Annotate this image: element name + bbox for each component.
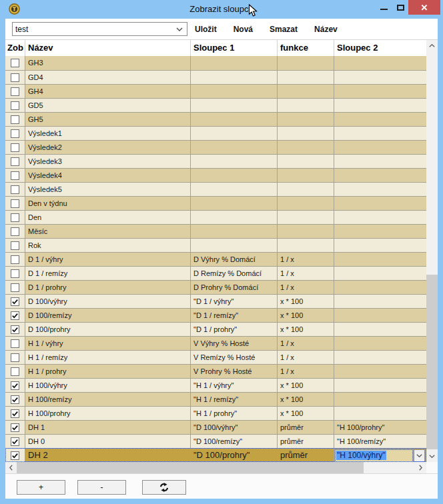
header-zob[interactable]: Zob (5, 40, 25, 56)
profile-combobox[interactable]: test (12, 22, 187, 36)
cell-nazev[interactable]: D 1 / prohry (25, 281, 191, 294)
table-row[interactable]: GH5 (5, 112, 426, 126)
row-checkbox[interactable] (11, 283, 19, 292)
table-row[interactable]: Den (5, 210, 426, 224)
row-checkbox[interactable] (11, 241, 19, 250)
cell-nazev[interactable]: DH 1 (25, 421, 191, 434)
row-checkbox[interactable] (11, 367, 19, 376)
cell-funkce[interactable] (278, 85, 334, 98)
table-row[interactable]: Výsledek1 (5, 126, 426, 140)
table-row[interactable]: D 1 / remízyD Remízy % Domácí1 / x (5, 266, 426, 280)
row-checkbox[interactable] (11, 171, 19, 180)
cell-funkce[interactable] (278, 155, 334, 168)
cell-nazev[interactable]: Výsledek2 (25, 141, 191, 154)
cell-funkce[interactable]: 1 / x (278, 281, 334, 294)
cell-funkce[interactable] (278, 113, 334, 126)
combobox-dropdown-button[interactable] (414, 449, 425, 462)
row-checkbox[interactable] (11, 269, 19, 278)
cell-nazev[interactable]: Den (25, 211, 191, 224)
cell-sloupec1[interactable] (191, 56, 278, 70)
cell-sloupec2[interactable] (334, 99, 426, 112)
table-row[interactable]: Měsíc (5, 224, 426, 238)
table-row[interactable]: Rok (5, 238, 426, 252)
row-checkbox[interactable] (11, 73, 19, 82)
cell-nazev[interactable]: D 1 / výhry (25, 253, 191, 266)
cell-nazev[interactable]: GD5 (25, 99, 191, 112)
scroll-down-button[interactable] (426, 451, 438, 462)
cell-nazev[interactable]: DH 0 (25, 435, 191, 448)
cell-sloupec2[interactable] (334, 239, 426, 252)
row-checkbox[interactable] (11, 143, 19, 152)
cell-sloupec2[interactable] (334, 225, 426, 238)
cell-sloupec2[interactable] (334, 85, 426, 98)
cell-sloupec1[interactable]: "D 100/remízy" (191, 435, 278, 448)
cell-funkce[interactable]: 1 / x (278, 351, 334, 364)
table-row[interactable]: DH 0"D 100/remízy"průměr"H 100/remízy" (5, 434, 426, 448)
cell-sloupec2[interactable] (334, 407, 426, 420)
cell-funkce[interactable]: 1 / x (278, 337, 334, 350)
cell-sloupec2[interactable] (334, 379, 426, 392)
cell-nazev[interactable]: Výsledek3 (25, 155, 191, 168)
cell-funkce[interactable]: x * 100 (278, 323, 334, 336)
name-button[interactable]: Název (312, 23, 340, 36)
cell-nazev[interactable]: Měsíc (25, 225, 191, 238)
cell-sloupec1[interactable]: "D 1 / výhry" (191, 295, 278, 308)
table-row[interactable]: Výsledek5 (5, 182, 426, 196)
cell-sloupec1[interactable]: "D 100/prohry" (191, 449, 278, 462)
row-checkbox[interactable] (11, 157, 19, 166)
row-checkbox[interactable] (11, 339, 19, 348)
cell-sloupec1[interactable] (191, 141, 278, 154)
add-row-button[interactable]: + (17, 480, 65, 495)
cell-sloupec1[interactable] (191, 183, 278, 196)
refresh-button[interactable] (142, 480, 186, 495)
cell-sloupec1[interactable]: D Prohry % Domácí (191, 281, 278, 294)
cell-funkce[interactable]: průměr (278, 421, 334, 434)
cell-sloupec1[interactable]: "D 100/výhry" (191, 421, 278, 434)
header-sloupec2[interactable]: Sloupec 2 (334, 40, 426, 56)
table-row[interactable]: H 1 / výhryV Výhry % Hosté1 / x (5, 336, 426, 350)
cell-funkce[interactable]: x * 100 (278, 393, 334, 406)
table-row[interactable]: Výsledek3 (5, 154, 426, 168)
cell-funkce[interactable] (278, 225, 334, 238)
cell-nazev[interactable]: Rok (25, 239, 191, 252)
table-row[interactable]: DH 1"D 100/výhry"průměr"H 100/prohry" (5, 420, 426, 434)
scroll-left-button[interactable] (5, 462, 17, 473)
table-row[interactable]: D 100/výhry"D 1 / výhry"x * 100 (5, 294, 426, 308)
row-checkbox[interactable] (11, 297, 19, 306)
cell-nazev[interactable]: GH5 (25, 113, 191, 126)
cell-nazev[interactable]: Výsledek5 (25, 183, 191, 196)
cell-sloupec1[interactable] (191, 99, 278, 112)
row-checkbox[interactable] (11, 227, 19, 236)
cell-sloupec1[interactable]: "D 1 / remízy" (191, 309, 278, 322)
cell-sloupec1[interactable]: "H 1 / prohry" (191, 407, 278, 420)
row-checkbox[interactable] (11, 199, 19, 208)
cell-funkce[interactable] (278, 99, 334, 112)
row-checkbox[interactable] (11, 325, 19, 334)
row-checkbox[interactable] (11, 255, 19, 264)
table-row[interactable]: D 100/remízy"D 1 / remízy"x * 100 (5, 308, 426, 322)
row-checkbox[interactable] (11, 395, 19, 404)
table-row[interactable]: Výsledek2 (5, 140, 426, 154)
row-checkbox[interactable] (11, 381, 19, 390)
close-button[interactable]: ✕ (408, 0, 440, 15)
row-checkbox[interactable] (11, 451, 19, 460)
cell-sloupec1[interactable] (191, 239, 278, 252)
cell-sloupec2[interactable] (334, 267, 426, 280)
cell-funkce[interactable]: 1 / x (278, 253, 334, 266)
cell-sloupec2[interactable] (334, 169, 426, 182)
cell-funkce[interactable] (278, 71, 334, 84)
cell-funkce[interactable]: x * 100 (278, 407, 334, 420)
cell-sloupec2[interactable] (334, 323, 426, 336)
delete-button[interactable]: Smazat (267, 23, 300, 36)
scroll-up-button[interactable] (426, 40, 438, 51)
cell-nazev[interactable]: H 1 / výhry (25, 337, 191, 350)
cell-sloupec1[interactable] (191, 113, 278, 126)
cell-sloupec1[interactable] (191, 155, 278, 168)
maximize-button[interactable] (393, 0, 408, 15)
header-nazev[interactable]: Název (25, 40, 191, 56)
cell-funkce[interactable] (278, 239, 334, 252)
cell-nazev[interactable]: GH4 (25, 85, 191, 98)
cell-nazev[interactable]: H 100/prohry (25, 407, 191, 420)
table-row[interactable]: DH 2"D 100/prohry"průměr"H 100/výhry" (5, 448, 426, 462)
cell-funkce[interactable]: x * 100 (278, 309, 334, 322)
